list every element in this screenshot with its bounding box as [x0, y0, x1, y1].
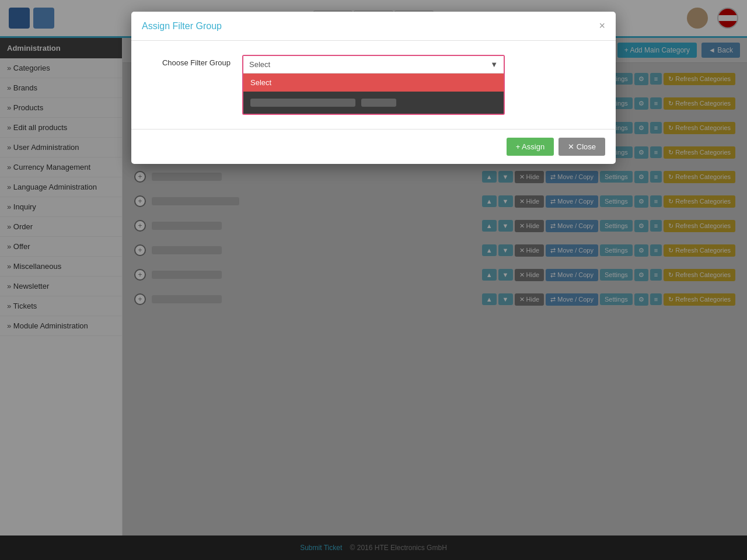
assign-button[interactable]: + Assign: [507, 138, 554, 156]
form-label: Choose Filter Group: [149, 55, 231, 67]
blurred-item-1: [250, 99, 355, 107]
close-modal-button[interactable]: ✕ Close: [558, 138, 605, 156]
assign-filter-group-modal: Assign Filter Group × Choose Filter Grou…: [131, 12, 616, 164]
form-row: Choose Filter Group ▼ Select: [149, 55, 598, 115]
filter-group-dropdown-container: ▼ Select: [242, 55, 505, 115]
modal-footer: + Assign ✕ Close: [131, 129, 616, 164]
modal-title: Assign Filter Group: [142, 21, 222, 32]
dropdown-arrow-icon[interactable]: ▼: [484, 56, 504, 73]
dropdown-option-select[interactable]: Select: [243, 74, 504, 92]
dropdown-option-blurred[interactable]: [243, 92, 504, 114]
modal-header: Assign Filter Group ×: [131, 12, 616, 41]
dropdown-select-row: ▼: [243, 56, 504, 73]
filter-group-input[interactable]: [243, 56, 484, 73]
modal-overlay: Assign Filter Group × Choose Filter Grou…: [0, 0, 747, 560]
modal-close-button[interactable]: ×: [599, 20, 605, 32]
dropdown-list: Select: [243, 73, 504, 114]
modal-body: Choose Filter Group ▼ Select: [131, 41, 616, 129]
blurred-item-2: [361, 99, 396, 107]
